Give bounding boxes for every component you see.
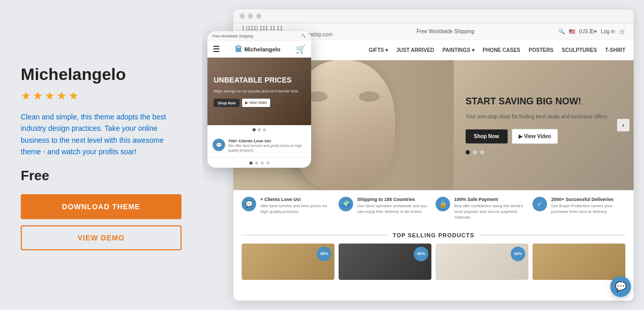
clients-title: + Clients Love Us! <box>260 197 334 202</box>
header-line-left <box>242 235 387 235</box>
left-panel: Michelangelo ★ ★ ★ ★ ★ Clean and simple,… <box>0 0 202 310</box>
nav-posters[interactable]: POSTERS <box>529 47 554 53</box>
mobile-cart-icon[interactable]: 🛒 <box>296 44 306 54</box>
mobile-shipping-text: Free Worldwide Shipping <box>213 34 253 38</box>
store-phone: 1 (111) 111 11 11 <box>242 25 332 31</box>
mobile-dot-2[interactable] <box>258 128 261 131</box>
shipping-text: Shipping to 185 Countries Our store oper… <box>357 197 431 214</box>
star-3: ★ <box>45 89 55 103</box>
top-selling-section: TOP SELLING PRODUCTS 45% 40% 42% <box>233 227 634 284</box>
hero-carousel-dots <box>466 150 613 154</box>
nav-just-arrived[interactable]: JUST ARRIVED <box>396 47 434 53</box>
mobile-dot-1[interactable] <box>253 128 256 131</box>
star-2: ★ <box>33 89 43 103</box>
theme-description: Clean and simple, this theme adopts the … <box>21 111 181 158</box>
currency-selector[interactable]: (US $)▾ <box>579 29 597 34</box>
star-4: ★ <box>57 89 67 103</box>
product-card-1[interactable]: 45% <box>242 244 334 280</box>
mobile-search-icon[interactable]: 🔍 <box>301 34 306 38</box>
clients-desc: offer best service and best prices on hi… <box>260 203 334 214</box>
nav-phone-cases[interactable]: PHONE CASES <box>483 47 521 53</box>
mobile-view-video-button[interactable]: ▶ View Video <box>242 99 270 107</box>
bottom-dot-4[interactable] <box>267 161 270 165</box>
mobile-bottom-dots <box>207 157 311 168</box>
price-label: Free <box>21 168 181 184</box>
feature-payment: 🔒 100% Safe Payment Buy with confidence … <box>436 197 528 221</box>
mobile-topbar: Free Worldwide Shipping 🔍 <box>207 31 311 41</box>
browser-bar <box>233 9 634 23</box>
flag-icon: 🇺🇸 <box>569 29 575 34</box>
mobile-feature-title: 700+ Clients Love Us! <box>228 139 306 143</box>
feature-shipping: 🌍 Shipping to 185 Countries Our store op… <box>339 197 431 221</box>
product-badge-3: 42% <box>511 247 525 261</box>
mobile-hero-text: UNBEATABLE PRICES Major savings on our p… <box>214 76 298 107</box>
feature-deliveries: ✓ 2000+ Successful Deliveries Our Buyer … <box>533 197 625 221</box>
mobile-feature-icon: 💬 <box>213 139 225 151</box>
mobile-feature-text: 700+ Clients Love Us! We offer best serv… <box>228 139 306 153</box>
clients-text: + Clients Love Us! offer best service an… <box>260 197 334 214</box>
shipping-icon: 🌍 <box>339 197 353 211</box>
view-video-button[interactable]: ▶ View Video <box>512 129 558 144</box>
mobile-nav: ☰ 🏛 Michelangelo 🛒 <box>207 41 311 58</box>
mobile-carousel-dots <box>207 125 311 134</box>
deliveries-title: 2000+ Successful Deliveries <box>551 197 625 202</box>
deliveries-icon: ✓ <box>533 197 547 211</box>
mobile-logo-icon: 🏛 <box>235 45 242 53</box>
login-link[interactable]: Log in <box>601 29 615 34</box>
mobile-feature: 💬 700+ Clients Love Us! We offer best se… <box>207 134 311 157</box>
mobile-hero-title: UNBEATABLE PRICES <box>214 76 298 85</box>
product-grid: 45% 40% 42% <box>242 244 625 280</box>
browser-dot-green <box>256 14 261 19</box>
features-bar: 💬 + Clients Love Us! offer best service … <box>233 190 634 227</box>
product-bg-4 <box>533 244 625 280</box>
mobile-hero: UNBEATABLE PRICES Major savings on our p… <box>207 58 311 125</box>
hero-buttons: Shop Now ▶ View Video <box>466 129 613 144</box>
nav-sculptures[interactable]: SCULPTURES <box>562 47 597 53</box>
chat-icon: 💬 <box>615 281 626 292</box>
chat-button[interactable]: 💬 <box>610 276 631 297</box>
download-theme-button[interactable]: DOWNLOAD THEME <box>21 194 181 219</box>
header-line-right <box>480 235 625 235</box>
shop-now-button[interactable]: Shop Now <box>466 129 508 143</box>
store-topbar-right: 🔍 🇺🇸 (US $)▾ Log in 🛒 <box>558 29 625 34</box>
hero-content: START SAVING BIG NOW! Your one-stop shop… <box>455 86 623 165</box>
product-badge-1: 45% <box>317 247 331 261</box>
mobile-menu-icon[interactable]: ☰ <box>213 44 220 54</box>
theme-title: Michelangelo <box>21 65 181 84</box>
deliveries-text: 2000+ Successful Deliveries Our Buyer Pr… <box>551 197 625 214</box>
product-card-2[interactable]: 40% <box>339 244 431 280</box>
view-demo-button[interactable]: VIEW DEMO <box>21 225 181 250</box>
payment-text: 100% Safe Payment Buy with confidence us… <box>454 197 528 221</box>
nav-tshirt[interactable]: T-SHIRT <box>605 47 625 53</box>
nav-gifts[interactable]: GIFTS ▾ <box>369 47 388 53</box>
payment-title: 100% Safe Payment <box>454 197 528 202</box>
top-selling-header: TOP SELLING PRODUCTS <box>242 232 625 238</box>
shipping-title: Shipping to 185 Countries <box>357 197 431 202</box>
product-card-3[interactable]: 42% <box>436 244 528 280</box>
hero-dot-2[interactable] <box>473 150 477 154</box>
hero-dot-3[interactable] <box>480 150 484 154</box>
payment-desc: Buy with confidence using the world's mo… <box>454 203 528 221</box>
hero-next-arrow[interactable]: › <box>617 119 629 131</box>
bottom-dot-3[interactable] <box>261 161 264 165</box>
hero-dot-1[interactable] <box>466 150 470 154</box>
nav-paintings[interactable]: PAINTINGS ▾ <box>442 47 474 53</box>
product-card-4[interactable] <box>533 244 625 280</box>
feature-clients: 💬 + Clients Love Us! offer best service … <box>242 197 334 221</box>
search-icon[interactable]: 🔍 <box>558 29 565 34</box>
mobile-hero-subtitle: Major savings on our popular picks and f… <box>214 89 298 94</box>
mobile-shop-now-button[interactable]: Shop Now <box>214 99 240 107</box>
star-5: ★ <box>68 89 79 103</box>
star-rating: ★ ★ ★ ★ ★ <box>21 89 181 103</box>
hero-title: START SAVING BIG NOW! <box>466 96 613 107</box>
shipping-desc: Our store operates worldwide and you can… <box>357 203 431 214</box>
mobile-logo: 🏛 Michelangelo <box>235 45 281 53</box>
store-menu: GIFTS ▾ JUST ARRIVED PAINTINGS ▾ PHONE C… <box>369 47 625 53</box>
cart-icon[interactable]: 🛒 <box>619 29 625 34</box>
deliveries-desc: Our Buyer Protection covers your purchas… <box>551 203 625 214</box>
bottom-dot-1[interactable] <box>249 161 253 165</box>
payment-icon: 🔒 <box>436 197 450 211</box>
hero-subtitle: Your one-stop shop for finding best deal… <box>466 113 613 120</box>
bottom-dot-2[interactable] <box>255 161 258 165</box>
mobile-dot-3[interactable] <box>263 128 266 131</box>
